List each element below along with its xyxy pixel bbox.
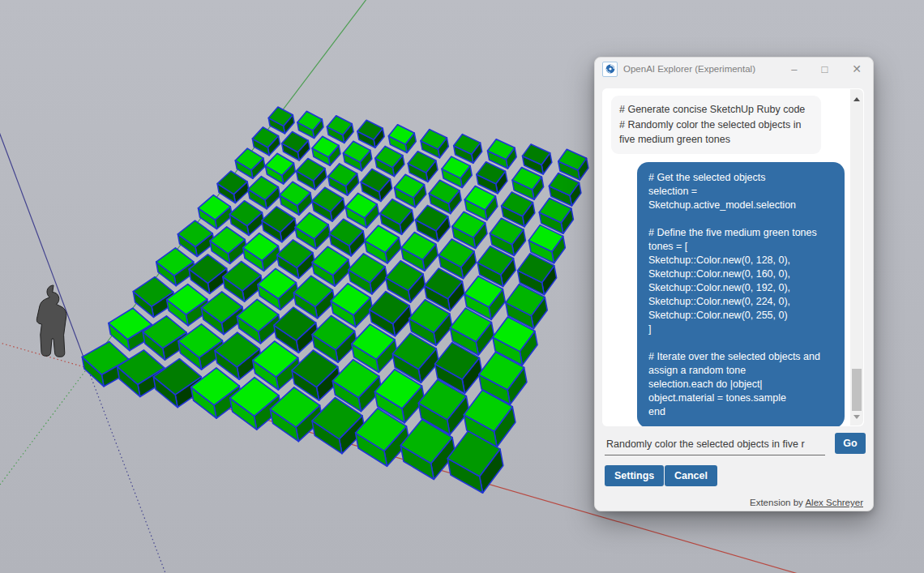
window-title: OpenAI Explorer (Experimental): [623, 64, 791, 74]
scroll-down-icon[interactable]: [853, 415, 860, 419]
chat-history-panel: # Generate concise SketchUp Ruby code # …: [602, 88, 864, 426]
cancel-button[interactable]: Cancel: [665, 465, 717, 486]
go-button[interactable]: Go: [835, 433, 866, 454]
scroll-up-icon[interactable]: [853, 97, 860, 101]
user-prompt-bubble: # Generate concise SketchUp Ruby code # …: [611, 96, 821, 154]
extension-credit: Extension by Alex Schreyer: [750, 498, 863, 507]
close-icon[interactable]: ✕: [852, 63, 862, 75]
scrollbar-thumb[interactable]: [852, 369, 862, 411]
chat-scrollbar[interactable]: [850, 89, 863, 425]
maximize-icon[interactable]: □: [821, 64, 828, 75]
ruby-code-block: # Get the selected objects selection = S…: [637, 162, 845, 427]
openai-explorer-window: OpenAI Explorer (Experimental) – □ ✕ # G…: [594, 57, 874, 511]
window-titlebar[interactable]: OpenAI Explorer (Experimental) – □ ✕: [595, 58, 873, 80]
minimize-icon[interactable]: –: [791, 64, 797, 75]
openai-app-icon: [602, 62, 618, 77]
settings-button[interactable]: Settings: [605, 465, 664, 486]
prompt-input[interactable]: [605, 435, 825, 455]
extension-credit-text: Extension by: [750, 498, 805, 507]
author-link[interactable]: Alex Schreyer: [805, 498, 863, 507]
